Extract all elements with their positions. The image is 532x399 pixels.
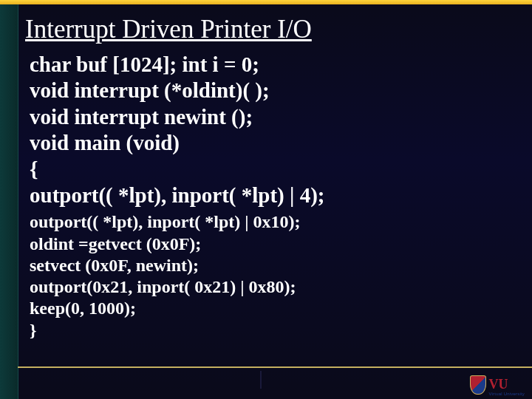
logo-text: VU Virtual University — [488, 378, 525, 396]
slide-title: Interrupt Driven Printer I/O — [25, 15, 312, 44]
code-line: setvect (0x0F, newint); — [30, 255, 517, 276]
code-line: outport(0x21, inport( 0x21) | 0x80); — [30, 276, 517, 298]
vu-logo: VU Virtual University — [470, 375, 525, 396]
logo-subtitle: Virtual University — [488, 392, 525, 396]
logo-crest-icon — [470, 375, 486, 396]
slide: Interrupt Driven Printer I/O char buf [1… — [0, 0, 532, 399]
bottom-divider-bar — [18, 366, 532, 371]
code-line: oldint =getvect (0x0F); — [30, 233, 517, 255]
code-line: keep(0, 1000); — [30, 298, 517, 319]
code-line: void main (void) — [30, 130, 517, 156]
code-line: outport(( *lpt), inport( *lpt) | 4); — [30, 183, 517, 208]
top-accent-bar — [0, 0, 532, 4]
code-line: } — [30, 320, 517, 341]
left-accent-bar — [0, 4, 18, 399]
shield-icon — [470, 375, 486, 395]
code-line: void interrupt newint (); — [30, 104, 517, 130]
code-line: outport(( *lpt), inport( *lpt) | 0x10); — [30, 211, 517, 233]
code-line: { — [30, 157, 517, 183]
code-block-large: char buf [1024]; int i = 0; void interru… — [30, 52, 517, 208]
code-line: void interrupt (*oldint)( ); — [30, 78, 517, 103]
slide-body: char buf [1024]; int i = 0; void interru… — [30, 52, 517, 341]
code-line: char buf [1024]; int i = 0; — [30, 52, 517, 78]
logo-initials: VU — [488, 378, 508, 391]
code-block-small: outport(( *lpt), inport( *lpt) | 0x10); … — [30, 211, 517, 341]
bottom-center-tick — [260, 371, 262, 389]
